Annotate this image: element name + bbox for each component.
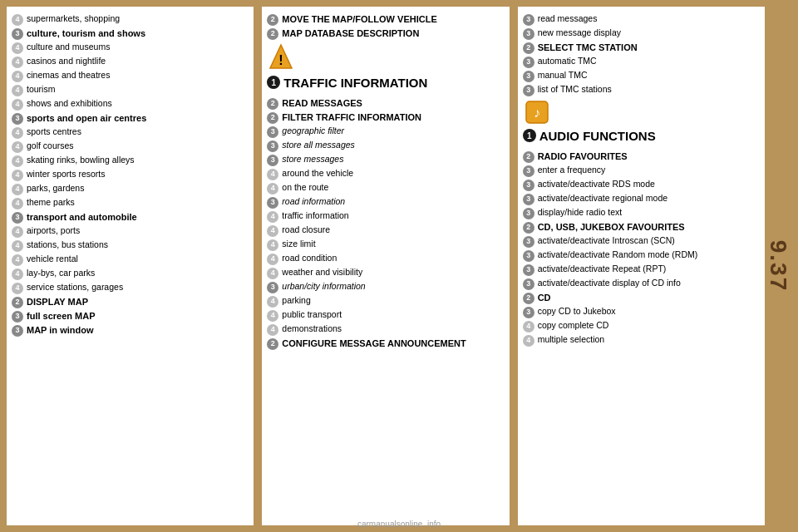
column-2: 2 MOVE THE MAP/FOLLOW VEHICLE 2 MAP DATA… — [262, 7, 509, 525]
item-label: airports, ports — [27, 225, 249, 237]
svg-text:♪: ♪ — [534, 106, 540, 120]
list-item: 4 shows and exhibitions — [12, 98, 249, 111]
item-label: copy complete CD — [538, 320, 760, 332]
badge: 3 — [12, 113, 23, 125]
list-item: 3 enter a frequency — [523, 165, 760, 177]
list-item: 4 road condition — [267, 253, 504, 265]
item-label: parking — [282, 295, 504, 307]
badge: 4 — [523, 321, 534, 332]
list-item: 4 theme parks — [12, 197, 249, 209]
item-label: CONFIGURE MESSAGE ANNOUNCEMENT — [282, 337, 504, 349]
list-item: 3 new message display — [523, 27, 760, 40]
list-item: 3 read messages — [523, 13, 760, 26]
item-label: size limit — [282, 239, 504, 250]
badge: 4 — [12, 99, 23, 111]
badge: 3 — [523, 71, 534, 82]
list-item: 4 copy complete CD — [523, 320, 760, 332]
item-label: tourism — [27, 84, 249, 96]
list-item: 4 vehicle rental — [12, 254, 249, 266]
list-item: 4 demonstrations — [267, 323, 504, 336]
item-label: shows and exhibitions — [27, 98, 249, 110]
item-label: culture and museums — [27, 42, 249, 53]
list-item: 4 sports centres — [12, 126, 249, 139]
list-item: 2 CD — [523, 292, 760, 304]
list-item: 4 airports, ports — [12, 225, 249, 238]
badge: 3 — [523, 278, 534, 290]
list-item: 2 FILTER TRAFFIC INFORMATION — [267, 111, 504, 124]
badge: 4 — [267, 169, 278, 180]
badge: 4 — [12, 198, 23, 209]
list-item: 3 activate/deactivate regional mode — [523, 193, 760, 205]
list-item: 3 activate/deactivate Repeat (RPT) — [523, 264, 760, 276]
badge: 3 — [523, 28, 534, 40]
item-label: activate/deactivate Random mode (RDM) — [538, 249, 760, 261]
badge: 4 — [12, 14, 23, 26]
badge: 4 — [12, 170, 23, 181]
audio-functions-title: 1 AUDIO FUNCTIONS — [523, 128, 760, 147]
item-label: casinos and nightlife — [27, 56, 249, 67]
badge: 2 — [523, 42, 534, 54]
svg-text:!: ! — [279, 53, 283, 67]
badge: 3 — [523, 236, 534, 248]
badge: 4 — [12, 71, 23, 82]
item-label: lay-bys, car parks — [27, 268, 249, 279]
badge: 4 — [523, 335, 534, 347]
list-item: 4 stations, bus stations — [12, 239, 249, 252]
list-item: 3 transport and automobile — [12, 211, 249, 224]
badge: 4 — [12, 141, 23, 153]
traffic-icon: ! — [268, 43, 504, 73]
badge: 2 — [12, 297, 23, 308]
list-item: 4 size limit — [267, 239, 504, 251]
badge: 3 — [523, 85, 534, 96]
item-label: cinemas and theatres — [27, 70, 249, 81]
badge: 1 — [523, 129, 536, 142]
item-label: weather and visibility — [282, 267, 504, 278]
badge: 4 — [267, 254, 278, 265]
item-label: enter a frequency — [538, 165, 760, 176]
badge: 2 — [523, 151, 534, 163]
item-label: MAP in window — [27, 324, 249, 336]
item-label: full screen MAP — [27, 310, 249, 322]
item-label: copy CD to Jukebox — [538, 306, 760, 318]
item-label: on the route — [282, 182, 504, 194]
badge: 2 — [267, 112, 278, 124]
badge: 4 — [12, 57, 23, 68]
badge: 3 — [267, 197, 278, 209]
badge: 3 — [523, 14, 534, 26]
item-label: DISPLAY MAP — [27, 296, 249, 308]
item-label: public transport — [282, 309, 504, 321]
list-item: 4 winter sports resorts — [12, 169, 249, 181]
badge: 4 — [267, 211, 278, 223]
list-item: 4 golf courses — [12, 140, 249, 153]
badge: 3 — [267, 140, 278, 152]
item-label: activate/deactivate RDS mode — [538, 179, 760, 190]
item-label: display/hide radio text — [538, 207, 760, 219]
item-label: activate/deactivate Introscan (SCN) — [538, 235, 760, 247]
badge: 3 — [523, 307, 534, 318]
item-label: stations, bus stations — [27, 239, 249, 251]
item-label: theme parks — [27, 197, 249, 209]
item-label: sports and open air centres — [27, 112, 249, 124]
list-item: 4 service stations, garages — [12, 282, 249, 294]
list-item: 4 public transport — [267, 309, 504, 322]
list-item: 4 parking — [267, 295, 504, 308]
list-item: 4 skating rinks, bowling alleys — [12, 155, 249, 167]
list-item: 4 road closure — [267, 224, 504, 237]
badge: 4 — [12, 254, 23, 266]
badge: 4 — [267, 324, 278, 336]
list-item: 2 MAP DATABASE DESCRIPTION — [267, 27, 504, 40]
watermark: carmanualsonline .info — [357, 520, 441, 529]
badge: 3 — [12, 311, 23, 323]
list-item: 2 DISPLAY MAP — [12, 296, 249, 308]
list-item: 4 parks, gardens — [12, 183, 249, 195]
item-label: READ MESSAGES — [282, 97, 504, 109]
list-item: 4 casinos and nightlife — [12, 56, 249, 68]
item-label: multiple selection — [538, 334, 760, 346]
item-label: activate/deactivate Repeat (RPT) — [538, 264, 760, 275]
column-3: 3 read messages 3 new message display 2 … — [518, 7, 765, 525]
item-label: geographic filter — [282, 126, 504, 137]
column-1: 4 supermarkets, shopping 3 culture, tour… — [7, 7, 254, 525]
item-label: parks, gardens — [27, 183, 249, 195]
list-item: 4 cinemas and theatres — [12, 70, 249, 82]
item-label: manual TMC — [538, 70, 760, 81]
